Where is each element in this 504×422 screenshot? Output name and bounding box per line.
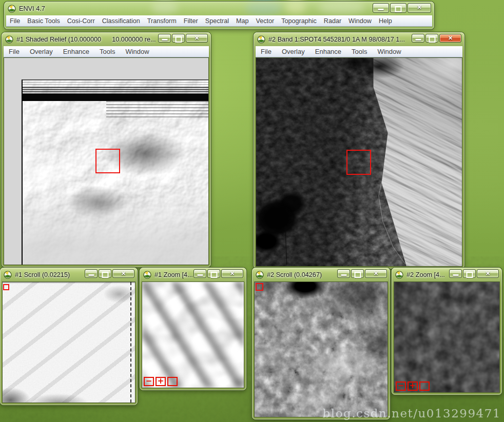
scroll2-image[interactable] bbox=[254, 282, 388, 417]
menu-overlay[interactable]: Overlay bbox=[277, 48, 310, 55]
envi-window-icon[interactable] bbox=[5, 35, 13, 44]
scroll1-image[interactable] bbox=[2, 282, 135, 403]
maximize-button[interactable] bbox=[351, 269, 364, 278]
maximize-icon bbox=[354, 272, 361, 278]
minimize-icon bbox=[162, 39, 167, 41]
zoom-out-button[interactable]: − bbox=[144, 377, 154, 386]
maximize-button[interactable] bbox=[390, 3, 406, 13]
menu-tools[interactable]: Tools bbox=[346, 48, 372, 55]
envi-window-icon[interactable] bbox=[257, 35, 265, 44]
crosshair-toggle-button[interactable] bbox=[167, 377, 178, 386]
menu-file[interactable]: File bbox=[6, 17, 24, 25]
menu-window[interactable]: Window bbox=[372, 48, 406, 55]
close-button[interactable]: ✕ bbox=[365, 269, 387, 278]
maximize-icon bbox=[395, 6, 402, 12]
maximize-button[interactable] bbox=[172, 34, 185, 43]
maximize-button[interactable] bbox=[463, 269, 476, 278]
menu-file[interactable]: File bbox=[4, 48, 25, 55]
maximize-button[interactable] bbox=[425, 34, 438, 43]
maximize-icon bbox=[210, 272, 217, 278]
minimize-icon bbox=[453, 274, 458, 276]
window-title: #2 Scroll (0.04267) bbox=[267, 271, 322, 278]
menu-filter[interactable]: Filter bbox=[180, 17, 202, 25]
band-image[interactable] bbox=[256, 57, 462, 267]
window-titlebar[interactable]: #1 Zoom [4... ✕ bbox=[140, 268, 246, 282]
zoom-in-button[interactable]: + bbox=[156, 377, 166, 386]
window-title: #1 Scroll (0.02215) bbox=[15, 271, 70, 278]
zoom-tool-controls: − + bbox=[396, 381, 430, 391]
minimize-button[interactable] bbox=[85, 269, 98, 278]
envi-window-icon[interactable] bbox=[4, 271, 12, 279]
window-titlebar[interactable]: #1 Shaded Relief (10.000000 10.000000 re… bbox=[2, 32, 211, 46]
scroll2-window: #2 Scroll (0.04267) ✕ bbox=[252, 268, 390, 419]
minimize-button[interactable] bbox=[449, 269, 462, 278]
zoom1-image[interactable]: − + bbox=[142, 282, 244, 388]
close-icon: ✕ bbox=[222, 270, 243, 277]
zoom1-window: #1 Zoom [4... ✕ − + bbox=[140, 268, 246, 390]
window-menubar: File Overlay Enhance Tools Window bbox=[4, 46, 209, 57]
menu-file[interactable]: File bbox=[256, 48, 277, 55]
minimize-icon bbox=[415, 39, 421, 41]
menu-vector[interactable]: Vector bbox=[252, 17, 278, 25]
window-title: #2 Band 1:SPOT4 545281/0 1A M 98/08/17 1… bbox=[268, 36, 405, 43]
crosshair-toggle-button[interactable] bbox=[419, 381, 430, 391]
zoom2-image[interactable]: − + bbox=[394, 282, 500, 393]
maximize-icon bbox=[429, 36, 435, 43]
zoom-extent-box[interactable] bbox=[346, 150, 371, 175]
menu-topographic[interactable]: Topographic bbox=[278, 17, 320, 25]
menu-tools[interactable]: Tools bbox=[94, 48, 120, 55]
window-titlebar[interactable]: #2 Band 1:SPOT4 545281/0 1A M 98/08/17 1… bbox=[254, 32, 464, 46]
menu-enhance[interactable]: Enhance bbox=[310, 48, 346, 55]
shaded-relief-image[interactable] bbox=[22, 79, 208, 265]
menu-enhance[interactable]: Enhance bbox=[58, 48, 94, 55]
shaded-relief-display-area[interactable] bbox=[4, 57, 209, 265]
view-extent-box[interactable] bbox=[256, 283, 263, 291]
scroll1-window: #1 Scroll (0.02215) ✕ bbox=[0, 268, 138, 405]
menu-transform[interactable]: Transform bbox=[144, 17, 180, 25]
menu-cosi-corr[interactable]: Cosi-Corr bbox=[64, 17, 99, 25]
window-title: #1 Zoom [4... bbox=[154, 271, 193, 278]
maximize-icon bbox=[175, 36, 182, 43]
envi-app-icon[interactable] bbox=[8, 5, 16, 13]
close-button[interactable]: ✕ bbox=[186, 34, 208, 43]
menu-overlay[interactable]: Overlay bbox=[25, 48, 58, 55]
window-titlebar[interactable]: #2 Scroll (0.04267) ✕ bbox=[252, 268, 390, 282]
zoom-extent-box[interactable] bbox=[95, 149, 120, 173]
minimize-button[interactable] bbox=[412, 34, 424, 43]
menu-classification[interactable]: Classification bbox=[99, 17, 144, 25]
main-titlebar[interactable]: ENVI 4.7 ✕ bbox=[4, 2, 434, 15]
minimize-icon bbox=[378, 9, 384, 10]
envi-window-icon[interactable] bbox=[143, 271, 151, 279]
maximize-button[interactable] bbox=[99, 269, 111, 278]
zoom2-window: #2 Zoom [4... ✕ − + bbox=[392, 268, 502, 395]
zoom-out-button[interactable]: − bbox=[396, 381, 406, 391]
minimize-button[interactable] bbox=[193, 269, 206, 278]
envi-window-icon[interactable] bbox=[256, 271, 264, 279]
window-titlebar[interactable]: #2 Zoom [4... ✕ bbox=[392, 268, 502, 282]
close-button[interactable]: ✕ bbox=[439, 34, 461, 43]
view-extent-box[interactable] bbox=[3, 284, 9, 290]
window-titlebar[interactable]: #1 Scroll (0.02215) ✕ bbox=[0, 268, 138, 282]
menu-window[interactable]: Window bbox=[345, 17, 375, 25]
close-button[interactable]: ✕ bbox=[112, 269, 134, 278]
zoom-in-button[interactable]: + bbox=[408, 381, 418, 391]
menu-radar[interactable]: Radar bbox=[320, 17, 345, 25]
menu-map[interactable]: Map bbox=[232, 17, 253, 25]
close-button[interactable]: ✕ bbox=[477, 269, 499, 278]
menu-help[interactable]: Help bbox=[375, 17, 396, 25]
minimize-button[interactable] bbox=[158, 34, 171, 43]
close-icon: ✕ bbox=[477, 270, 498, 277]
close-icon: ✕ bbox=[186, 34, 207, 42]
maximize-button[interactable] bbox=[207, 269, 220, 278]
menu-window[interactable]: Window bbox=[120, 48, 154, 55]
close-button[interactable]: ✕ bbox=[408, 3, 431, 13]
envi-window-icon[interactable] bbox=[395, 271, 403, 279]
desktop: ENVI 4.7 ✕ File Basic Tools Cosi-Corr Cl… bbox=[0, 0, 504, 422]
minimize-icon bbox=[88, 274, 94, 276]
image-edge-dashed-line bbox=[130, 282, 131, 403]
menu-basic-tools[interactable]: Basic Tools bbox=[24, 17, 63, 25]
minimize-button[interactable] bbox=[373, 3, 389, 13]
menu-spectral[interactable]: Spectral bbox=[202, 17, 232, 25]
close-button[interactable]: ✕ bbox=[221, 269, 243, 278]
minimize-button[interactable] bbox=[337, 269, 350, 278]
